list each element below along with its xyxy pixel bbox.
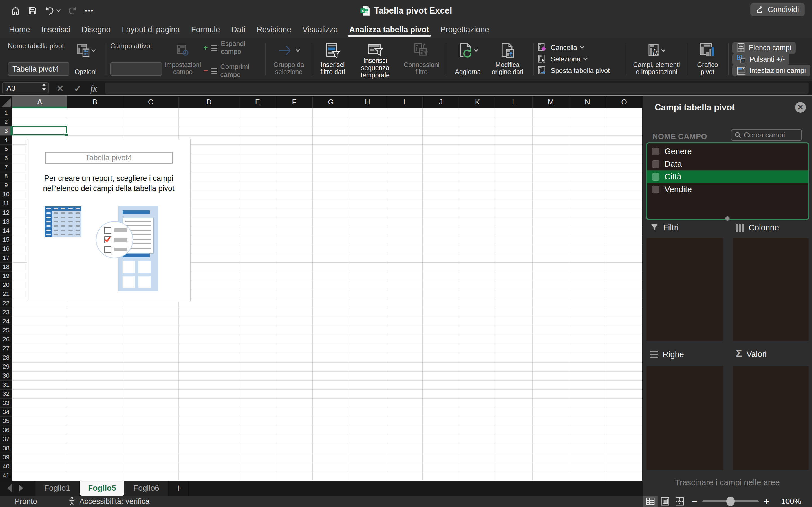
close-icon[interactable]: ✕ <box>795 102 806 113</box>
column-header-A[interactable]: A <box>12 96 67 108</box>
sheet-tab-foglio6[interactable]: Foglio6 <box>124 481 169 496</box>
fields-items-settings-button[interactable]: fx Campi, elementi e impostazioni <box>630 41 682 77</box>
page-break-view-button[interactable] <box>672 496 687 507</box>
row-header-23[interactable]: 23 <box>0 308 12 317</box>
ribbon-tab-formule[interactable]: Formule <box>186 21 226 38</box>
row-header-8[interactable]: 8 <box>0 172 12 181</box>
row-header-20[interactable]: 20 <box>0 281 12 290</box>
select-button[interactable]: Seleziona <box>538 53 622 65</box>
field-item-genere[interactable]: Genere <box>647 145 808 158</box>
row-header-10[interactable]: 10 <box>0 190 12 199</box>
field-item-citt[interactable]: Città <box>647 170 808 183</box>
sheet-tab-foglio5[interactable]: Foglio5 <box>80 481 124 496</box>
ribbon-tab-dati[interactable]: Dati <box>225 21 251 38</box>
row-header-4[interactable]: 4 <box>0 136 12 145</box>
row-header-31[interactable]: 31 <box>0 381 12 390</box>
column-header-O[interactable]: O <box>606 96 643 108</box>
column-header-D[interactable]: D <box>179 96 239 108</box>
column-header-E[interactable]: E <box>239 96 276 108</box>
row-header-2[interactable]: 2 <box>0 117 12 126</box>
clear-button[interactable]: Cancella <box>538 42 622 53</box>
undo-chevron-icon[interactable] <box>56 8 61 12</box>
field-item-vendite[interactable]: Vendite <box>647 183 808 196</box>
name-box-spinner[interactable] <box>42 83 46 91</box>
field-checkbox[interactable] <box>652 148 659 155</box>
rows-drop-area[interactable] <box>647 366 723 470</box>
field-item-data[interactable]: Data <box>647 158 808 170</box>
row-header-5[interactable]: 5 <box>0 145 12 154</box>
field-search-input[interactable] <box>744 131 792 139</box>
row-header-7[interactable]: 7 <box>0 163 12 172</box>
insert-timeline-button[interactable]: Inserisci sequenza temporale <box>349 41 401 77</box>
row-header-41[interactable]: 41 <box>0 471 12 480</box>
filters-drop-area[interactable] <box>647 238 723 341</box>
row-header-26[interactable]: 26 <box>0 335 12 344</box>
row-header-18[interactable]: 18 <box>0 263 12 272</box>
row-header-25[interactable]: 25 <box>0 326 12 335</box>
row-header-35[interactable]: 35 <box>0 416 12 426</box>
plus-minus-buttons-toggle[interactable]: Pulsanti +/- <box>732 54 790 65</box>
zoom-in-button[interactable]: + <box>759 496 774 507</box>
page-layout-view-button[interactable] <box>658 496 672 507</box>
add-sheet-button[interactable]: + <box>169 481 189 496</box>
next-sheet-icon[interactable] <box>19 485 23 492</box>
row-header-14[interactable]: 14 <box>0 226 12 235</box>
sheet-cells[interactable]: Tabella pivot4 Per creare un report, sce… <box>12 108 642 481</box>
values-drop-area[interactable] <box>733 366 809 470</box>
row-header-39[interactable]: 39 <box>0 453 12 462</box>
column-header-F[interactable]: F <box>276 96 313 108</box>
column-header-K[interactable]: K <box>459 96 496 108</box>
row-header-19[interactable]: 19 <box>0 272 12 281</box>
row-header-38[interactable]: 38 <box>0 444 12 453</box>
ribbon-tab-progettazione[interactable]: Progettazione <box>435 21 495 38</box>
columns-drop-area[interactable] <box>733 238 809 341</box>
refresh-button[interactable]: Aggiorna <box>450 41 486 77</box>
pivot-chart-button[interactable]: Grafico pivot <box>691 41 724 77</box>
row-header-36[interactable]: 36 <box>0 426 12 435</box>
row-header-16[interactable]: 16 <box>0 244 12 253</box>
field-headers-toggle[interactable]: Intestazioni campi <box>732 65 810 76</box>
cancel-icon[interactable]: ✕ <box>56 83 64 94</box>
accessibility-status[interactable]: Accessibilità: verifica <box>68 497 150 506</box>
field-checkbox[interactable] <box>652 173 659 180</box>
formula-input[interactable] <box>105 82 809 94</box>
row-header-33[interactable]: 33 <box>0 399 12 407</box>
sheet-tab-foglio1[interactable]: Foglio1 <box>35 481 80 496</box>
row-header-34[interactable]: 34 <box>0 407 12 416</box>
field-search-box[interactable] <box>731 129 802 141</box>
row-header-27[interactable]: 27 <box>0 344 12 353</box>
field-list-toggle[interactable]: Elenco campi <box>732 42 796 54</box>
column-header-H[interactable]: H <box>349 96 386 108</box>
column-header-C[interactable]: C <box>123 96 179 108</box>
column-header-B[interactable]: B <box>67 96 123 108</box>
column-header-J[interactable]: J <box>423 96 459 108</box>
pivot-name-input[interactable]: Tabella pivot4 <box>8 62 69 76</box>
ribbon-tab-layout-di-pagina[interactable]: Layout di pagina <box>116 21 186 38</box>
zoom-knob[interactable] <box>726 497 735 506</box>
row-header-13[interactable]: 13 <box>0 217 12 226</box>
row-header-32[interactable]: 32 <box>0 390 12 399</box>
row-header-40[interactable]: 40 <box>0 462 12 471</box>
zoom-slider[interactable] <box>702 500 759 503</box>
move-pivot-button[interactable]: Sposta tabella pivot <box>538 65 622 76</box>
row-header-1[interactable]: 1 <box>0 108 12 117</box>
change-data-source-button[interactable]: Modifica origine dati <box>486 41 529 77</box>
insert-slicer-button[interactable]: Inserisci filtro dati <box>316 41 349 77</box>
insert-function-icon[interactable]: fx <box>90 83 97 94</box>
row-header-9[interactable]: 9 <box>0 181 12 190</box>
column-header-I[interactable]: I <box>386 96 423 108</box>
row-header-30[interactable]: 30 <box>0 371 12 380</box>
ribbon-tab-disegno[interactable]: Disegno <box>76 21 116 38</box>
row-header-3[interactable]: 3 <box>0 126 12 135</box>
save-icon[interactable] <box>28 6 37 15</box>
row-header-24[interactable]: 24 <box>0 317 12 326</box>
home-icon[interactable] <box>11 6 20 15</box>
column-header-M[interactable]: M <box>532 96 569 108</box>
field-checkbox[interactable] <box>652 160 659 168</box>
field-checkbox[interactable] <box>652 186 659 193</box>
column-header-L[interactable]: L <box>496 96 532 108</box>
row-header-12[interactable]: 12 <box>0 208 12 217</box>
ribbon-tab-revisione[interactable]: Revisione <box>251 21 297 38</box>
row-header-21[interactable]: 21 <box>0 290 12 299</box>
row-header-29[interactable]: 29 <box>0 362 12 371</box>
